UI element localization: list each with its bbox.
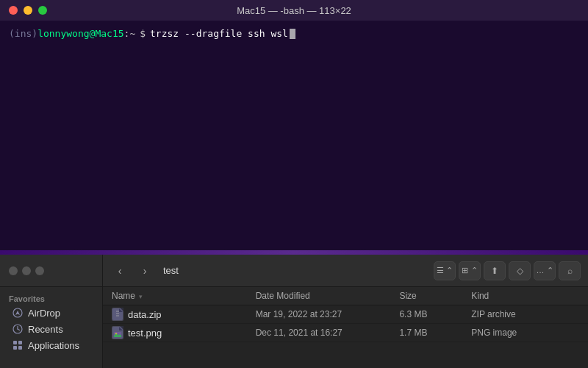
toolbar-view-controls: ☰ ⌃ ⊞ ⌃ ⬆ ◇ … ⌃ ⌕ xyxy=(434,261,581,280)
prompt-ins: (ins) xyxy=(9,26,37,41)
file-list: Name ▾ Date Modified Size Kind xyxy=(103,287,588,368)
forward-button[interactable]: › xyxy=(135,261,154,280)
prompt-at: @ xyxy=(90,26,96,41)
clock-icon xyxy=(12,323,24,335)
maximize-button[interactable] xyxy=(38,6,47,15)
file-kind-png: PNG image xyxy=(471,328,579,338)
sidebar-item-applications[interactable]: Applications xyxy=(3,337,99,353)
column-name[interactable]: Name ▾ xyxy=(112,289,256,303)
file-size-zip: 6.3 MB xyxy=(399,309,471,319)
svg-rect-7 xyxy=(18,346,22,350)
recents-label: Recents xyxy=(28,324,63,335)
terminal-title: Mac15 — -bash — 113×22 xyxy=(237,5,351,16)
column-date[interactable]: Date Modified xyxy=(256,289,400,303)
file-list-header: Name ▾ Date Modified Size Kind xyxy=(103,287,588,305)
file-kind-zip: ZIP archive xyxy=(471,309,579,319)
terminal-body[interactable]: (ins) lonnywong @ Mac15 : ~ $ trzsz --dr… xyxy=(0,21,588,250)
minimize-button[interactable] xyxy=(24,6,32,15)
sidebar-item-recents[interactable]: Recents xyxy=(3,321,99,337)
applications-icon xyxy=(12,339,24,351)
finder-sidebar: Favorites AirDrop xyxy=(0,255,103,368)
svg-rect-6 xyxy=(13,346,17,350)
terminal-window: Mac15 — -bash — 113×22 (ins) lonnywong @… xyxy=(0,0,588,250)
sidebar-dot-1 xyxy=(9,266,18,275)
search-button[interactable]: ⌕ xyxy=(559,261,581,280)
finder-window: Favorites AirDrop xyxy=(0,255,588,368)
file-name-cell: test.png xyxy=(112,326,256,339)
sidebar-dot-2 xyxy=(22,266,31,275)
applications-label: Applications xyxy=(28,340,79,351)
close-button[interactable] xyxy=(9,6,18,15)
file-name-zip: data.zip xyxy=(128,309,162,320)
svg-line-3 xyxy=(18,329,20,330)
finder-toolbar: ‹ › test ☰ ⌃ ⊞ ⌃ ⬆ ◇ … ⌃ ⌕ xyxy=(103,255,588,287)
terminal-titlebar: Mac15 — -bash — 113×22 xyxy=(0,0,588,21)
file-icon-zip xyxy=(112,308,123,321)
file-name-png: test.png xyxy=(128,328,162,339)
table-row[interactable]: data.zip Mar 19, 2022 at 23:27 6.3 MB ZI… xyxy=(103,305,588,324)
column-size[interactable]: Size xyxy=(399,289,471,303)
prompt-separator: : xyxy=(124,26,130,41)
svg-rect-8 xyxy=(112,308,123,320)
file-size-png: 1.7 MB xyxy=(399,328,471,338)
prompt-dollar: $ xyxy=(140,26,146,41)
prompt-user: lonnywong xyxy=(37,26,89,41)
back-button[interactable]: ‹ xyxy=(110,261,129,280)
current-path: test xyxy=(163,265,179,276)
sidebar-favorites-label: Favorites xyxy=(0,290,102,305)
sidebar-item-airdrop[interactable]: AirDrop xyxy=(3,305,99,321)
terminal-command: trzsz --dragfile ssh wsl xyxy=(150,26,288,41)
file-name-cell: data.zip xyxy=(112,308,256,321)
table-row[interactable]: test.png Dec 11, 2021 at 16:27 1.7 MB PN… xyxy=(103,324,588,342)
sidebar-dot-3 xyxy=(35,266,44,275)
file-date-zip: Mar 19, 2022 at 23:27 xyxy=(256,309,400,319)
sidebar-toolbar xyxy=(0,255,102,287)
grid-view-button[interactable]: ⊞ ⌃ xyxy=(459,261,481,280)
finder-main: ‹ › test ☰ ⌃ ⊞ ⌃ ⬆ ◇ … ⌃ ⌕ Name ▾ Date M… xyxy=(103,255,588,368)
traffic-lights xyxy=(9,6,47,15)
airdrop-icon xyxy=(12,307,24,319)
airdrop-label: AirDrop xyxy=(28,308,60,319)
action-button[interactable]: … ⌃ xyxy=(534,261,556,280)
share-button[interactable]: ⬆ xyxy=(484,261,506,280)
sort-arrow: ▾ xyxy=(139,293,143,300)
file-icon-png xyxy=(112,326,123,339)
tag-button[interactable]: ◇ xyxy=(509,261,531,280)
file-date-png: Dec 11, 2021 at 16:27 xyxy=(256,328,400,338)
terminal-cursor xyxy=(290,29,295,39)
sidebar-traffic-lights xyxy=(0,266,102,275)
svg-rect-4 xyxy=(13,341,17,344)
column-kind[interactable]: Kind xyxy=(471,289,579,303)
prompt-line: (ins) lonnywong @ Mac15 : ~ $ trzsz --dr… xyxy=(9,26,579,41)
prompt-host: Mac15 xyxy=(95,26,123,41)
svg-rect-5 xyxy=(18,341,22,344)
list-view-button[interactable]: ☰ ⌃ xyxy=(434,261,456,280)
prompt-path: ~ xyxy=(129,26,135,41)
